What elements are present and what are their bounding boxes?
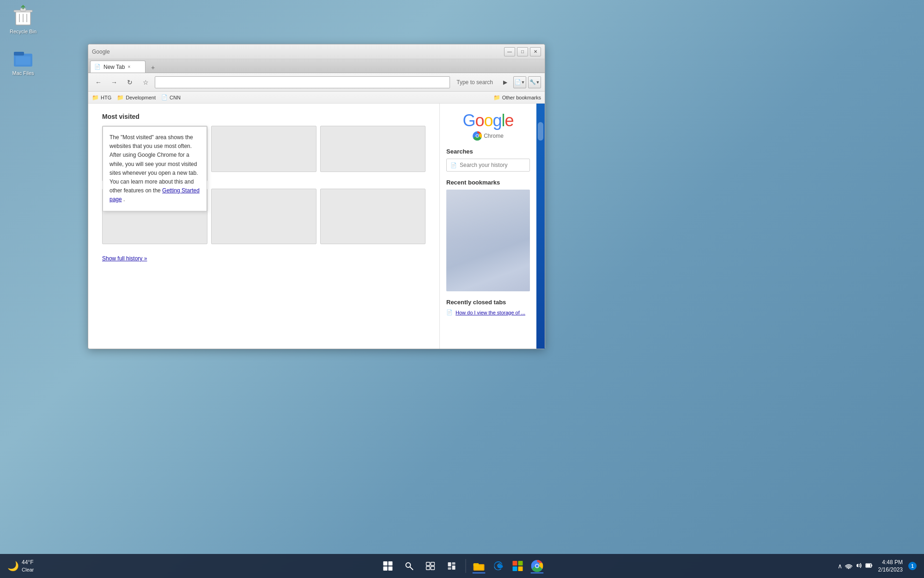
search-history-input-wrapper[interactable]: 📄 bbox=[446, 159, 530, 172]
address-bar[interactable] bbox=[155, 76, 450, 88]
page-icon: 📄 bbox=[446, 309, 453, 315]
svg-rect-29 bbox=[518, 566, 523, 571]
store-button[interactable] bbox=[510, 558, 526, 574]
svg-point-25 bbox=[498, 565, 503, 568]
svg-rect-18 bbox=[448, 562, 451, 566]
file-explorer-button[interactable] bbox=[471, 558, 487, 574]
svg-line-13 bbox=[410, 567, 413, 570]
search-doc-icon: 📄 bbox=[450, 162, 457, 168]
page-content: Most visited The "Most visited" area sho… bbox=[88, 104, 545, 349]
browser-window: Google — □ ✕ 📄 New Tab × + ← → bbox=[88, 44, 545, 349]
tab-close-button[interactable]: × bbox=[128, 64, 130, 69]
logo-g: G bbox=[462, 111, 475, 130]
thumbnail-2[interactable] bbox=[211, 126, 316, 172]
tab-bar: 📄 New Tab × + bbox=[88, 59, 545, 73]
taskbar-apps bbox=[379, 557, 546, 575]
info-suffix: . bbox=[123, 196, 125, 203]
recycle-bin-label: Recycle Bin bbox=[10, 29, 36, 35]
taskbar-search-button[interactable] bbox=[400, 557, 419, 575]
closed-tab-link-0[interactable]: How do I view the storage of ... bbox=[456, 310, 525, 315]
svg-rect-21 bbox=[452, 566, 456, 570]
svg-rect-17 bbox=[431, 566, 435, 570]
svg-rect-35 bbox=[871, 565, 872, 566]
minimize-button[interactable]: — bbox=[504, 47, 515, 56]
closed-tab-item-0: 📄 How do I view the storage of ... bbox=[446, 309, 530, 315]
weather-condition: Clear bbox=[22, 566, 34, 573]
logo-o1: o bbox=[475, 111, 484, 130]
thumbnail-6[interactable] bbox=[320, 189, 426, 244]
svg-rect-26 bbox=[513, 561, 517, 566]
svg-point-32 bbox=[535, 565, 538, 567]
recycle-bin-icon[interactable]: Recycle Bin bbox=[5, 5, 42, 35]
page-icon: 📄 bbox=[161, 94, 168, 100]
network-icon[interactable] bbox=[845, 562, 852, 571]
bookmark-development[interactable]: 📁 Development bbox=[117, 94, 156, 101]
other-bookmarks[interactable]: 📁 Other bookmarks bbox=[493, 94, 541, 101]
svg-point-33 bbox=[848, 567, 849, 569]
thumbnail-3[interactable] bbox=[320, 126, 426, 172]
bookmark-development-label: Development bbox=[126, 95, 156, 100]
weather-widget[interactable]: 🌙 44°F Clear bbox=[7, 559, 34, 573]
svg-rect-7 bbox=[14, 52, 24, 55]
show-history-link[interactable]: Show full history » bbox=[102, 255, 147, 262]
clock-date: 2/16/2023 bbox=[878, 566, 903, 573]
browser-logo: Google bbox=[92, 49, 110, 55]
wrench-menu-button[interactable]: 🔧▼ bbox=[528, 76, 541, 88]
system-tray: ∧ bbox=[838, 559, 917, 573]
logo-g2: g bbox=[493, 111, 502, 130]
other-bookmarks-label: Other bookmarks bbox=[502, 95, 541, 100]
right-panel: Google Chrome bbox=[439, 104, 536, 349]
title-bar: Google — □ ✕ bbox=[88, 44, 545, 59]
searches-section: Searches 📄 bbox=[446, 148, 530, 172]
page-action-button[interactable]: ▶ bbox=[498, 76, 511, 89]
mac-files-label: Mac Files bbox=[12, 70, 34, 76]
svg-rect-15 bbox=[431, 562, 435, 566]
folder-icon: 📁 bbox=[92, 94, 99, 101]
thumbnail-1[interactable]: The "Most visited" area shows the websit… bbox=[102, 126, 207, 181]
svg-rect-28 bbox=[513, 566, 517, 571]
most-visited-title: Most visited bbox=[102, 113, 426, 120]
bookmark-htg[interactable]: 📁 HTG bbox=[92, 94, 111, 101]
info-tooltip: The "Most visited" area shows the websit… bbox=[103, 126, 207, 211]
mac-files-icon[interactable]: Mac Files bbox=[5, 46, 42, 76]
scroll-blue-bar bbox=[536, 104, 545, 349]
main-content: Most visited The "Most visited" area sho… bbox=[88, 104, 439, 349]
new-page-button[interactable]: 📄▼ bbox=[513, 76, 526, 88]
clock[interactable]: 4:48 PM 2/16/2023 bbox=[878, 559, 903, 573]
notification-badge[interactable]: 1 bbox=[908, 562, 917, 570]
forward-button[interactable]: → bbox=[108, 76, 121, 89]
folder-icon: 📁 bbox=[493, 94, 500, 101]
back-button[interactable]: ← bbox=[92, 76, 105, 89]
logo-o2: o bbox=[484, 111, 492, 130]
task-view-button[interactable] bbox=[421, 557, 440, 575]
refresh-button[interactable]: ↻ bbox=[123, 76, 136, 89]
start-button[interactable] bbox=[379, 557, 397, 575]
folder-icon: 📁 bbox=[117, 94, 124, 101]
thumbnail-5[interactable] bbox=[211, 189, 316, 244]
thumbnail-row-1: The "Most visited" area shows the websit… bbox=[102, 126, 426, 181]
google-chrome-logo: Google Chrome bbox=[446, 111, 530, 141]
bookmark-cnn[interactable]: 📄 CNN bbox=[161, 94, 181, 100]
edge-button[interactable] bbox=[490, 558, 507, 574]
new-tab-button[interactable]: + bbox=[147, 62, 158, 73]
weather-temp: 44°F bbox=[22, 559, 34, 566]
bookmarks-preview-area bbox=[446, 190, 530, 291]
chrome-taskbar-button[interactable] bbox=[529, 558, 546, 574]
active-tab[interactable]: 📄 New Tab × bbox=[90, 61, 146, 73]
maximize-button[interactable]: □ bbox=[517, 47, 528, 56]
weather-icon: 🌙 bbox=[7, 560, 19, 572]
recently-closed-section: Recently closed tabs 📄 How do I view the… bbox=[446, 299, 530, 315]
tab-label: New Tab bbox=[103, 64, 125, 70]
searches-label: Searches bbox=[446, 148, 530, 155]
bookmark-star-button[interactable]: ☆ bbox=[139, 76, 152, 89]
search-history-field[interactable] bbox=[460, 162, 526, 168]
chevron-up-icon[interactable]: ∧ bbox=[838, 562, 842, 570]
svg-rect-19 bbox=[452, 562, 456, 565]
volume-icon[interactable] bbox=[855, 562, 863, 571]
widgets-button[interactable] bbox=[443, 557, 461, 575]
svg-rect-36 bbox=[866, 564, 870, 567]
battery-icon[interactable] bbox=[865, 562, 873, 571]
close-button[interactable]: ✕ bbox=[530, 47, 541, 56]
desktop: Recycle Bin Mac Files Google — □ ✕ bbox=[0, 0, 924, 578]
clock-time: 4:48 PM bbox=[878, 559, 903, 566]
